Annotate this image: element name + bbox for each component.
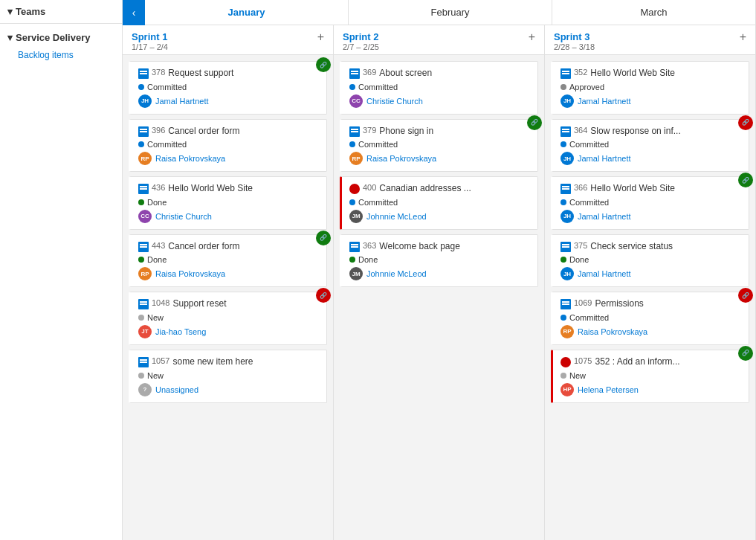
item-id: 1069 — [574, 298, 592, 307]
item-id: 400 — [363, 183, 376, 192]
item-id: 352 — [574, 68, 587, 77]
sprint-title-1: Sprint 1 — [132, 31, 168, 42]
status-text: Committed — [358, 83, 398, 91]
item-id: 369 — [363, 68, 376, 77]
teams-label: Teams — [16, 6, 45, 17]
avatar: HP — [560, 383, 574, 396]
sprint-col-3: Sprint 32/28 – 3/18+352Hello World Web S… — [545, 25, 756, 540]
sidebar-header: ▾ Teams — [0, 0, 122, 24]
sprint-items-1: 🔗378Request supportCommittedJHJamal Hart… — [123, 55, 333, 540]
status-dot — [138, 373, 144, 379]
status-dot — [349, 141, 355, 147]
month-february[interactable]: February — [349, 0, 552, 25]
status-text: Committed — [569, 313, 609, 322]
story-icon — [138, 357, 149, 367]
status-dot — [560, 141, 566, 147]
assignee-name: Jamal Hartnett — [578, 212, 631, 221]
work-item-card[interactable]: 🔗366Hello World Web SiteCommittedJHJamal… — [551, 176, 749, 230]
work-item-card[interactable]: 1057some new item hereNew?Unassigned — [129, 350, 327, 403]
status-dot — [138, 199, 144, 205]
status-dot — [560, 257, 566, 263]
sprint-header-2: Sprint 22/7 – 2/25+ — [334, 25, 544, 55]
item-title: About screen — [379, 68, 530, 80]
work-item-card[interactable]: 🔗364Slow response on inf...CommittedJHJa… — [551, 119, 749, 173]
work-item-card[interactable]: 400Canadian addresses ...CommittedJMJohn… — [340, 176, 538, 230]
item-id: 366 — [574, 183, 587, 192]
avatar: RP — [349, 152, 363, 165]
work-item-card[interactable]: 🔗1069PermissionsCommittedRPRaisa Pokrovs… — [551, 292, 749, 345]
story-icon — [560, 242, 571, 252]
story-icon — [560, 299, 571, 309]
item-id: 379 — [363, 126, 376, 135]
avatar: JH — [560, 210, 574, 223]
status-text: Committed — [569, 198, 609, 207]
avatar: JH — [138, 94, 152, 108]
sidebar: ▾ Teams ▾ Service Delivery Backlog items — [0, 0, 123, 540]
item-id: 436 — [152, 183, 165, 192]
assignee-name: Jia-hao Tseng — [155, 327, 206, 336]
status-text: Committed — [147, 83, 187, 91]
item-title: Support reset — [172, 298, 319, 310]
assignee-name: Johnnie McLeod — [366, 269, 427, 278]
work-item-card[interactable]: 🔗1075352 : Add an inform...NewHPHelena P… — [551, 350, 749, 403]
status-text: Committed — [569, 140, 609, 149]
status-text: New — [147, 371, 164, 380]
avatar: JM — [349, 267, 363, 280]
story-icon — [138, 184, 149, 194]
status-text: Done — [147, 255, 167, 264]
status-text: Done — [569, 255, 589, 264]
avatar: JM — [349, 210, 363, 223]
story-icon — [138, 242, 149, 252]
item-title: Permissions — [595, 298, 741, 310]
story-icon — [138, 299, 149, 309]
work-item-card[interactable]: 369About screenCommittedCCChristie Churc… — [340, 61, 538, 115]
status-text: Committed — [358, 140, 398, 149]
status-text: New — [569, 371, 586, 380]
avatar: CC — [138, 210, 152, 223]
status-text: New — [147, 313, 164, 322]
back-button[interactable]: ‹ — [123, 0, 145, 25]
status-dot — [138, 84, 144, 90]
work-item-card[interactable]: 396Cancel order formCommittedRPRaisa Pok… — [129, 119, 327, 173]
status-dot — [138, 315, 144, 321]
bug-icon — [560, 357, 571, 367]
sidebar-item-backlog[interactable]: Backlog items — [0, 47, 122, 63]
story-icon — [560, 126, 571, 137]
work-item-card[interactable]: 352Hello World Web SiteApprovedJHJamal H… — [551, 61, 749, 115]
month-january[interactable]: January — [145, 0, 349, 25]
work-item-card[interactable]: 🔗443Cancel order formDoneRPRaisa Pokrovs… — [129, 234, 327, 288]
work-item-card[interactable]: 🔗379Phone sign inCommittedRPRaisa Pokrov… — [340, 119, 538, 173]
sidebar-section: ▾ Service Delivery Backlog items — [0, 24, 122, 68]
link-badge: 🔗 — [738, 173, 753, 187]
item-title: Canadian addresses ... — [379, 183, 530, 195]
work-item-card[interactable]: 🔗378Request supportCommittedJHJamal Hart… — [129, 61, 327, 115]
link-badge: 🔗 — [316, 231, 331, 245]
sprint-add-button-2[interactable]: + — [529, 31, 535, 43]
assignee-name: Helena Petersen — [578, 385, 639, 394]
status-dot — [560, 199, 566, 205]
sprint-items-2: 369About screenCommittedCCChristie Churc… — [334, 55, 544, 540]
item-title: Phone sign in — [379, 126, 530, 138]
work-item-card[interactable]: 375Check service statusDoneJHJamal Hartn… — [551, 234, 749, 288]
avatar: RP — [138, 152, 152, 165]
section-label: Service Delivery — [16, 32, 90, 43]
bug-icon — [349, 184, 360, 194]
work-item-card[interactable]: 436Hello World Web SiteDoneCCChristie Ch… — [129, 176, 327, 230]
month-march[interactable]: March — [552, 0, 756, 25]
sprint-add-button-1[interactable]: + — [317, 31, 324, 43]
sprint-dates-1: 1/17 – 2/4 — [132, 42, 168, 51]
assignee-name: Christie Church — [366, 97, 423, 106]
work-item-card[interactable]: 🔗1048Support resetNewJTJia-hao Tseng — [129, 292, 327, 345]
teams-toggle[interactable]: ▾ Teams — [7, 6, 45, 17]
service-delivery-header[interactable]: ▾ Service Delivery — [0, 28, 122, 47]
assignee-name: Raisa Pokrovskaya — [155, 269, 225, 278]
status-dot — [138, 141, 144, 147]
assignee-name: Raisa Pokrovskaya — [578, 327, 647, 336]
sprint-add-button-3[interactable]: + — [740, 31, 746, 43]
status-dot — [349, 199, 355, 205]
work-item-card[interactable]: 363Welcome back pageDoneJMJohnnie McLeod — [340, 234, 538, 288]
sprint-items-3: 352Hello World Web SiteApprovedJHJamal H… — [545, 55, 755, 540]
sprint-header-1: Sprint 11/17 – 2/4+ — [123, 25, 333, 55]
assignee-name: Jamal Hartnett — [155, 97, 209, 106]
item-title: Cancel order form — [168, 126, 319, 138]
